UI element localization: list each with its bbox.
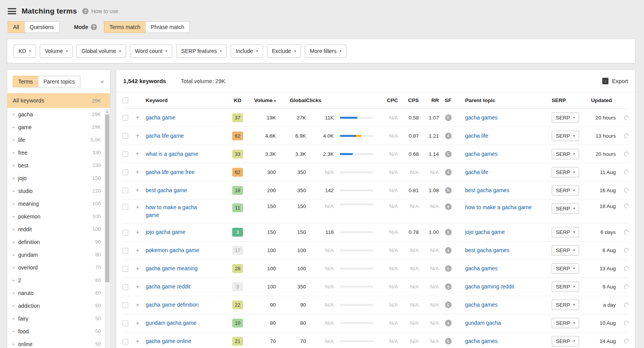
col-header-cpc[interactable]: CPC [374,97,398,103]
tab-terms-match[interactable]: Terms match [104,21,146,33]
refresh-icon[interactable] [623,132,630,139]
serp-dropdown-button[interactable]: SERP▾ [552,227,579,237]
filter-word-count[interactable]: Word count▾ [130,44,172,58]
serp-features-count-badge[interactable]: 4 [445,247,452,254]
sidebar-item-food[interactable]: ▸food50 [7,325,110,338]
add-keyword-icon[interactable]: + [136,265,146,273]
add-keyword-icon[interactable]: + [136,186,146,194]
serp-dropdown-button[interactable]: SERP▾ [552,300,579,310]
refresh-icon[interactable] [623,283,630,290]
serp-features-count-badge[interactable]: 5 [445,187,452,194]
row-checkbox[interactable] [122,151,128,157]
serp-dropdown-button[interactable]: SERP▾ [552,281,579,292]
row-checkbox[interactable] [122,230,128,235]
serp-features-count-badge[interactable]: 4 [445,169,452,176]
keyword-link[interactable]: gacha game online [146,337,191,345]
mode-help-icon[interactable]: ? [91,24,97,30]
tab-terms[interactable]: Terms [13,76,38,87]
add-keyword-icon[interactable]: + [136,203,146,211]
serp-dropdown-button[interactable]: SERP▾ [552,131,579,141]
parent-topic-link[interactable]: gacha life [465,168,488,176]
serp-features-count-badge[interactable]: 5 [445,151,452,157]
tab-parent-topics[interactable]: Parent topics [38,76,80,87]
keyword-link[interactable]: gacha life game free [146,168,195,176]
parent-topic-link[interactable]: jojo gacha game [465,228,505,236]
sidebar-item-fairy[interactable]: ▸fairy50 [7,312,110,325]
keyword-link[interactable]: gundam gacha game [146,319,197,327]
parent-topic-link[interactable]: gacha games [465,337,498,345]
sidebar-item-life[interactable]: ▸life5.0K [7,133,110,146]
serp-features-count-badge[interactable]: 4 [445,133,452,139]
col-header-cps[interactable]: CPS [398,97,419,103]
collapse-sidebar-icon[interactable]: « [99,78,105,85]
col-header-volume[interactable]: Volume▾ [248,97,276,103]
refresh-icon[interactable] [623,229,630,235]
row-checkbox[interactable] [122,302,128,308]
filter-volume[interactable]: Volume▾ [40,44,73,58]
col-header-updated[interactable]: Updated [586,97,629,103]
serp-features-count-badge[interactable]: 5 [445,114,452,121]
serp-dropdown-button[interactable]: SERP▾ [552,113,579,123]
row-checkbox[interactable] [122,339,128,345]
hamburger-menu-icon[interactable] [8,8,16,14]
sidebar-item-pokemon[interactable]: ▸pokemon100 [7,210,110,223]
refresh-icon[interactable] [623,319,630,326]
refresh-icon[interactable] [623,338,630,345]
refresh-icon[interactable] [623,202,630,209]
row-checkbox[interactable] [122,248,128,254]
add-keyword-icon[interactable]: + [136,338,146,345]
parent-topic-link[interactable]: gacha games [465,301,498,309]
serp-dropdown-button[interactable]: SERP▾ [552,203,579,214]
sidebar-item-addiction[interactable]: ▸addiction50 [7,299,110,312]
row-checkbox[interactable] [122,204,128,210]
filter-global-volume[interactable]: Global volume▾ [76,44,126,58]
filter-serp-features[interactable]: SERP features▾ [176,44,227,58]
parent-topic-link[interactable]: how to make a gacha game [465,203,532,211]
sidebar-item-free[interactable]: ▸free330 [7,146,110,159]
how-to-use[interactable]: ? How to use [82,8,118,14]
add-keyword-icon[interactable]: + [136,283,146,291]
row-checkbox[interactable] [122,266,128,272]
serp-dropdown-button[interactable]: SERP▾ [552,185,579,196]
parent-topic-link[interactable]: gacha games [465,150,498,158]
sidebar-item-reddit[interactable]: ▸reddit100 [7,223,110,235]
filter-more-filters[interactable]: More filters▾ [305,44,347,58]
row-checkbox[interactable] [122,188,128,193]
sidebar-item-naruto[interactable]: ▸naruto60 [7,287,110,299]
tab-phrase-match[interactable]: Phrase match [145,21,189,33]
tab-questions[interactable]: Questions [24,21,59,33]
sidebar-item-overlord[interactable]: ▸overlord70 [7,261,110,274]
row-checkbox[interactable] [122,284,128,290]
parent-topic-link[interactable]: gacha life [465,132,488,140]
refresh-icon[interactable] [623,247,630,254]
refresh-icon[interactable] [623,187,630,194]
parent-topic-link[interactable]: best gacha games [465,186,509,194]
serp-dropdown-button[interactable]: SERP▾ [552,336,579,346]
scrollbar-up-arrow-icon[interactable]: ▲ [105,109,110,114]
serp-dropdown-button[interactable]: SERP▾ [552,263,579,274]
refresh-icon[interactable] [623,265,630,272]
refresh-icon[interactable] [623,301,630,308]
col-header-global[interactable]: Global [276,97,306,103]
serp-dropdown-button[interactable]: SERP▾ [552,167,579,177]
keyword-link[interactable]: how to make a gacha game [146,203,211,219]
keyword-link[interactable]: what is a gacha game [146,150,198,158]
col-header-rr[interactable]: RR [419,97,439,103]
parent-topic-link[interactable]: gundam gacha [465,319,501,327]
col-header-parent-topic[interactable]: Parent topic [457,97,546,103]
col-header-kd[interactable]: KD [227,97,248,103]
keyword-link[interactable]: jojo gacha game [146,228,185,236]
serp-dropdown-button[interactable]: SERP▾ [552,245,579,256]
sidebar-scrollbar[interactable]: ▲ [105,109,110,348]
sidebar-item-online[interactable]: ▸online50 [7,338,110,348]
add-keyword-icon[interactable]: + [136,319,146,327]
row-checkbox[interactable] [122,133,128,139]
parent-topic-link[interactable]: gacha games [465,264,498,272]
col-header-clicks[interactable]: Clicks [306,97,374,103]
row-checkbox[interactable] [122,115,128,121]
serp-features-count-badge[interactable]: 4 [445,203,452,210]
serp-dropdown-button[interactable]: SERP▾ [552,318,579,328]
add-keyword-icon[interactable]: + [136,247,146,254]
serp-dropdown-button[interactable]: SERP▾ [552,149,579,159]
keyword-link[interactable]: gacha game definition [146,301,199,309]
